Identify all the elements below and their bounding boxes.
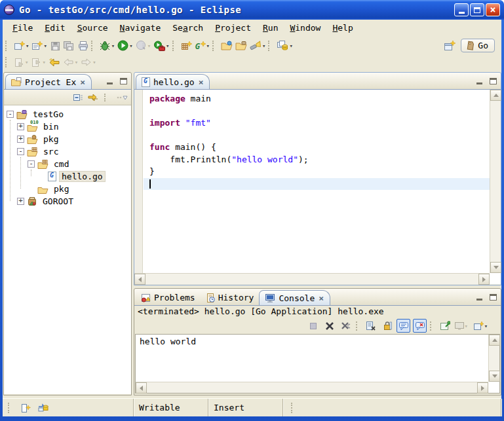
show-console-stdout-button[interactable] bbox=[397, 319, 410, 333]
external-tools-button[interactable]: ▾ bbox=[152, 38, 170, 54]
save-button[interactable] bbox=[48, 38, 62, 54]
run-button[interactable]: ▾ bbox=[116, 38, 134, 54]
menu-source[interactable]: Source bbox=[71, 22, 114, 34]
external-tools-dropdown-icon[interactable]: ▾ bbox=[166, 43, 169, 49]
console-horizontal-scrollbar[interactable] bbox=[136, 382, 488, 393]
code-editor[interactable]: package main import "fmt" func main() { … bbox=[134, 90, 501, 284]
remove-launch-button[interactable] bbox=[322, 319, 336, 333]
maximize-view-button[interactable] bbox=[488, 292, 498, 302]
maximize-view-button[interactable] bbox=[488, 76, 498, 86]
fast-view-button[interactable] bbox=[20, 403, 31, 413]
scroll-right-button[interactable] bbox=[477, 382, 488, 394]
link-with-editor-button[interactable] bbox=[88, 93, 98, 102]
open-perspective-button[interactable] bbox=[442, 38, 457, 54]
scroll-down-button[interactable] bbox=[489, 371, 500, 382]
collapse-expander-icon[interactable]: - bbox=[7, 111, 14, 118]
minimize-view-button[interactable] bbox=[474, 292, 484, 302]
save-all-button[interactable] bbox=[62, 38, 76, 54]
new-go-dropdown-icon[interactable]: ▾ bbox=[206, 43, 210, 49]
toolbar-grip[interactable] bbox=[5, 57, 10, 67]
debug-dropdown-icon[interactable]: ▾ bbox=[111, 43, 115, 49]
scroll-lock-button[interactable] bbox=[380, 319, 394, 333]
run-dropdown-icon[interactable]: ▾ bbox=[129, 43, 132, 49]
debug-button[interactable]: ▾ bbox=[98, 38, 116, 54]
export-button[interactable] bbox=[234, 38, 248, 54]
tab-project-explorer[interactable]: Project Ex × bbox=[5, 74, 92, 89]
tree-item-src[interactable]: - src bbox=[4, 145, 131, 158]
tab-hello-go[interactable]: G hello.go × bbox=[136, 74, 210, 89]
build-status-icon[interactable] bbox=[37, 403, 48, 413]
open-console-dropdown-icon[interactable]: ▾ bbox=[484, 323, 488, 329]
scroll-left-button[interactable] bbox=[136, 382, 147, 394]
search-dropdown-icon[interactable]: ▾ bbox=[262, 43, 265, 49]
tree-item-testGo[interactable]: - testGo bbox=[4, 108, 131, 120]
tree-item-goroot[interactable]: + GOROOT bbox=[4, 195, 131, 208]
open-console-button[interactable]: ▾ bbox=[471, 319, 490, 333]
annotation-ruler[interactable] bbox=[134, 90, 143, 273]
editor-horizontal-scrollbar[interactable] bbox=[134, 273, 490, 284]
menu-search[interactable]: Search bbox=[166, 22, 209, 34]
close-icon[interactable]: × bbox=[79, 77, 86, 87]
new-file-dropdown-icon[interactable]: ▾ bbox=[43, 43, 47, 49]
collapse-expander-icon[interactable]: - bbox=[28, 160, 35, 168]
new-untitled-file-button[interactable]: ▾ bbox=[30, 38, 48, 54]
editor-vertical-scrollbar[interactable] bbox=[490, 90, 501, 273]
new-go-package-button[interactable] bbox=[180, 38, 193, 54]
maximize-view-button[interactable] bbox=[118, 76, 128, 86]
view-menu-button[interactable] bbox=[116, 94, 128, 101]
go-perspective-button[interactable]: Go bbox=[461, 39, 495, 52]
menu-navigate[interactable]: Navigate bbox=[114, 22, 167, 34]
clear-console-button[interactable] bbox=[364, 319, 378, 333]
toolbar-grip[interactable] bbox=[172, 41, 177, 51]
toolbar-grip[interactable] bbox=[268, 41, 273, 51]
tab-history[interactable]: History bbox=[201, 290, 260, 305]
toolbar-grip[interactable] bbox=[91, 41, 96, 51]
collapse-all-button[interactable] bbox=[73, 93, 83, 102]
menu-run[interactable]: Run bbox=[257, 22, 284, 34]
tree-item-bin[interactable]: + 010 bin bbox=[4, 120, 131, 133]
console-vertical-scrollbar[interactable] bbox=[488, 335, 499, 382]
scroll-up-button[interactable] bbox=[489, 335, 500, 346]
expand-expander-icon[interactable]: + bbox=[17, 198, 24, 205]
window-minimize-button[interactable] bbox=[454, 3, 469, 16]
build-button[interactable]: ▾ bbox=[275, 38, 294, 54]
scroll-right-button[interactable] bbox=[478, 274, 490, 285]
toolbar-grip[interactable] bbox=[5, 41, 10, 51]
toolbar-grip[interactable] bbox=[212, 41, 217, 51]
import-button[interactable] bbox=[220, 38, 234, 54]
window-close-button[interactable]: × bbox=[486, 3, 500, 16]
scroll-up-button[interactable] bbox=[490, 90, 501, 101]
scroll-down-button[interactable] bbox=[490, 262, 501, 273]
menu-window[interactable]: Window bbox=[284, 22, 326, 34]
minimize-view-button[interactable] bbox=[104, 76, 115, 86]
minimize-view-button[interactable] bbox=[474, 76, 484, 86]
show-console-stderr-button[interactable] bbox=[413, 319, 427, 333]
console-output[interactable]: hello world bbox=[135, 334, 500, 394]
tree-item-pkg-leaf[interactable]: pkg bbox=[4, 183, 131, 195]
profile-button[interactable]: ▾ bbox=[134, 38, 152, 54]
menu-help[interactable]: Help bbox=[326, 22, 359, 34]
last-edit-location-button[interactable] bbox=[47, 54, 62, 70]
menu-file[interactable]: File bbox=[7, 22, 39, 34]
close-icon[interactable]: × bbox=[198, 77, 204, 87]
scroll-left-button[interactable] bbox=[134, 274, 145, 285]
menu-edit[interactable]: Edit bbox=[39, 22, 71, 34]
new-wizard-button[interactable]: ▾ bbox=[12, 38, 30, 54]
close-icon[interactable]: × bbox=[318, 293, 324, 303]
menu-project[interactable]: Project bbox=[209, 22, 257, 34]
new-wizard-dropdown-icon[interactable]: ▾ bbox=[26, 43, 29, 49]
window-maximize-button[interactable] bbox=[470, 3, 484, 16]
tab-problems[interactable]: Problems bbox=[136, 290, 201, 305]
pin-console-button[interactable] bbox=[438, 319, 452, 333]
code-area[interactable]: package main import "fmt" func main() { … bbox=[144, 90, 490, 273]
tab-console[interactable]: Console × bbox=[259, 290, 330, 305]
remove-all-terminated-button[interactable] bbox=[339, 319, 353, 333]
expand-expander-icon[interactable]: + bbox=[17, 136, 24, 143]
new-go-file-button[interactable]: G ▾ bbox=[193, 38, 211, 54]
eclipse-app-icon[interactable] bbox=[4, 5, 14, 15]
tree-item-hello-go[interactable]: G hello.go bbox=[4, 170, 131, 183]
tree-item-cmd[interactable]: - cmd bbox=[4, 158, 131, 170]
print-button[interactable] bbox=[76, 38, 90, 54]
expand-expander-icon[interactable]: + bbox=[17, 123, 24, 130]
tree-item-pkg[interactable]: + pkg bbox=[4, 133, 131, 145]
